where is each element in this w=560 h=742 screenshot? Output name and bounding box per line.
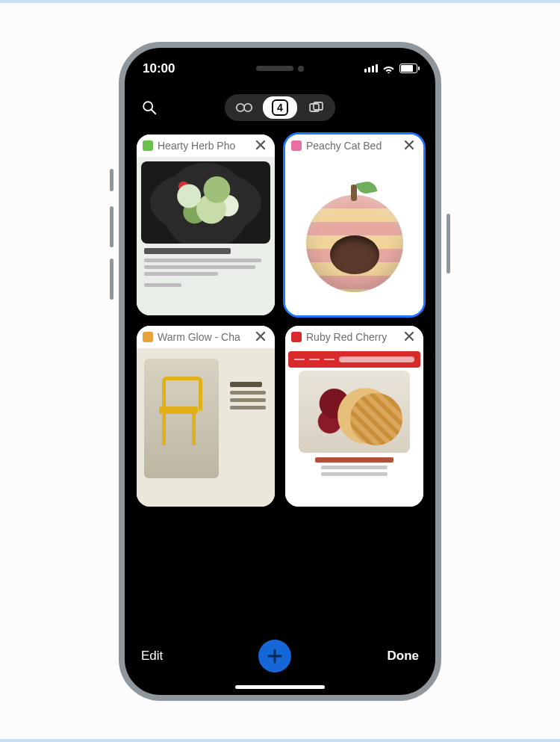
tab-card[interactable]: Hearty Herb Pho	[137, 135, 275, 315]
battery-icon	[399, 64, 417, 73]
tab-card[interactable]: Peachy Cat Bed	[285, 135, 423, 315]
svg-point-2	[237, 103, 244, 111]
svg-point-3	[244, 103, 252, 111]
tab-count: 4	[272, 99, 288, 116]
tab-thumbnail	[137, 157, 275, 315]
tab-title: Ruby Red Cherry	[306, 331, 398, 343]
search-icon[interactable]	[141, 99, 158, 116]
new-tab-button[interactable]	[258, 640, 291, 673]
tab-card[interactable]: Warm Glow - Cha	[137, 326, 275, 507]
edit-button[interactable]: Edit	[141, 649, 163, 664]
tab-title: Warm Glow - Cha	[158, 331, 249, 343]
status-bar: 10:00	[125, 61, 435, 76]
close-tab-button[interactable]	[254, 330, 269, 344]
close-tab-button[interactable]	[402, 138, 417, 153]
regular-tabs-button[interactable]: 4	[263, 96, 297, 119]
tab-thumbnail	[137, 348, 275, 507]
tab-title: Hearty Herb Pho	[158, 140, 249, 152]
favicon-icon	[143, 140, 153, 151]
tab-card[interactable]: Ruby Red Cherry	[285, 326, 423, 507]
tab-grid: Hearty Herb Pho Peachy Cat Bed	[137, 135, 423, 631]
cellular-icon	[364, 64, 378, 72]
status-time: 10:00	[143, 61, 175, 76]
done-button[interactable]: Done	[387, 649, 419, 664]
favicon-icon	[291, 140, 302, 151]
home-indicator[interactable]	[235, 685, 325, 689]
tab-mode-segmented: 4	[225, 94, 335, 121]
phone-frame: 10:00 4	[119, 42, 441, 701]
close-tab-button[interactable]	[254, 138, 269, 153]
favicon-icon	[291, 332, 302, 342]
wifi-icon	[382, 64, 395, 73]
favicon-icon	[143, 332, 153, 342]
tab-groups-button[interactable]	[299, 96, 333, 119]
private-tabs-button[interactable]	[227, 96, 261, 119]
close-tab-button[interactable]	[402, 330, 417, 344]
tab-thumbnail	[285, 157, 423, 315]
svg-line-1	[152, 109, 156, 114]
tab-thumbnail	[285, 348, 423, 507]
tab-title: Peachy Cat Bed	[306, 140, 398, 152]
